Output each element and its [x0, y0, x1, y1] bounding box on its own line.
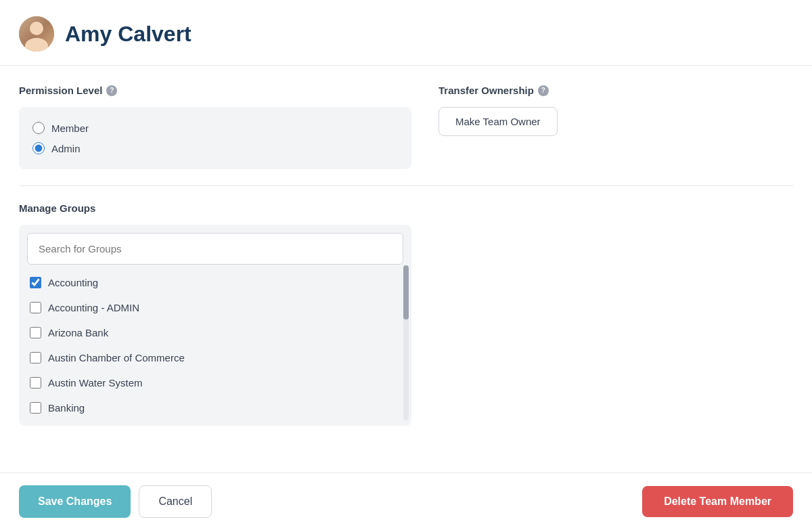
- list-item[interactable]: Austin Water System: [19, 370, 411, 395]
- section-divider: [19, 185, 793, 186]
- groups-list: Accounting Accounting - ADMIN Arizona Ba…: [19, 270, 411, 426]
- groups-container: Accounting Accounting - ADMIN Arizona Ba…: [19, 225, 411, 426]
- austin-chamber-label: Austin Chamber of Commerce: [48, 352, 185, 363]
- banking-checkbox[interactable]: [30, 402, 41, 414]
- austin-water-label: Austin Water System: [48, 377, 142, 389]
- manage-groups-label: Manage Groups: [19, 202, 793, 214]
- make-team-owner-button[interactable]: Make Team Owner: [438, 107, 558, 136]
- page-title: Amy Calvert: [65, 22, 191, 47]
- groups-inner: Accounting Accounting - ADMIN Arizona Ba…: [19, 225, 411, 426]
- list-item[interactable]: Arizona Bank: [19, 320, 411, 345]
- transfer-ownership-help-icon[interactable]: ?: [538, 85, 549, 96]
- admin-radio-item[interactable]: Admin: [32, 138, 398, 158]
- page-header: Amy Calvert: [0, 0, 812, 66]
- accounting-admin-label: Accounting - ADMIN: [48, 302, 139, 313]
- permission-level-help-icon[interactable]: ?: [106, 85, 117, 96]
- list-item[interactable]: Austin Chamber of Commerce: [19, 345, 411, 370]
- austin-water-checkbox[interactable]: [30, 377, 41, 389]
- banking-label: Banking: [48, 402, 85, 414]
- list-item[interactable]: Banking: [19, 395, 411, 420]
- admin-label: Admin: [51, 143, 81, 154]
- avatar: [19, 16, 54, 51]
- permission-level-section: Permission Level ? Member Admin: [19, 85, 411, 169]
- manage-groups-section: Manage Groups Accounting Accounting - AD…: [19, 202, 793, 426]
- permission-level-label: Permission Level ?: [19, 85, 411, 96]
- search-groups-input[interactable]: [27, 233, 403, 265]
- save-changes-button[interactable]: Save Changes: [19, 485, 131, 518]
- scroll-track: [403, 265, 409, 420]
- delete-team-member-button[interactable]: Delete Team Member: [642, 486, 793, 517]
- transfer-ownership-section: Transfer Ownership ? Make Team Owner: [438, 85, 793, 169]
- member-radio-item[interactable]: Member: [32, 118, 398, 138]
- member-label: Member: [51, 123, 89, 134]
- accounting-label: Accounting: [48, 277, 98, 288]
- member-radio[interactable]: [32, 122, 45, 134]
- footer: Save Changes Cancel Delete Team Member: [0, 472, 812, 530]
- austin-chamber-checkbox[interactable]: [30, 352, 41, 363]
- arizona-bank-checkbox[interactable]: [30, 327, 41, 338]
- permission-box: Member Admin: [19, 107, 411, 169]
- footer-left-actions: Save Changes Cancel: [19, 485, 212, 518]
- two-column-layout: Permission Level ? Member Admin Transfer…: [19, 85, 793, 169]
- cancel-button[interactable]: Cancel: [139, 485, 212, 518]
- scroll-thumb[interactable]: [403, 265, 409, 319]
- list-item[interactable]: Accounting: [19, 270, 411, 295]
- arizona-bank-label: Arizona Bank: [48, 327, 108, 338]
- admin-radio[interactable]: [32, 142, 45, 154]
- accounting-checkbox[interactable]: [30, 277, 41, 288]
- transfer-ownership-label: Transfer Ownership ?: [438, 85, 793, 96]
- list-item[interactable]: Accounting - ADMIN: [19, 295, 411, 320]
- main-content: Permission Level ? Member Admin Transfer…: [0, 66, 812, 426]
- accounting-admin-checkbox[interactable]: [30, 302, 41, 313]
